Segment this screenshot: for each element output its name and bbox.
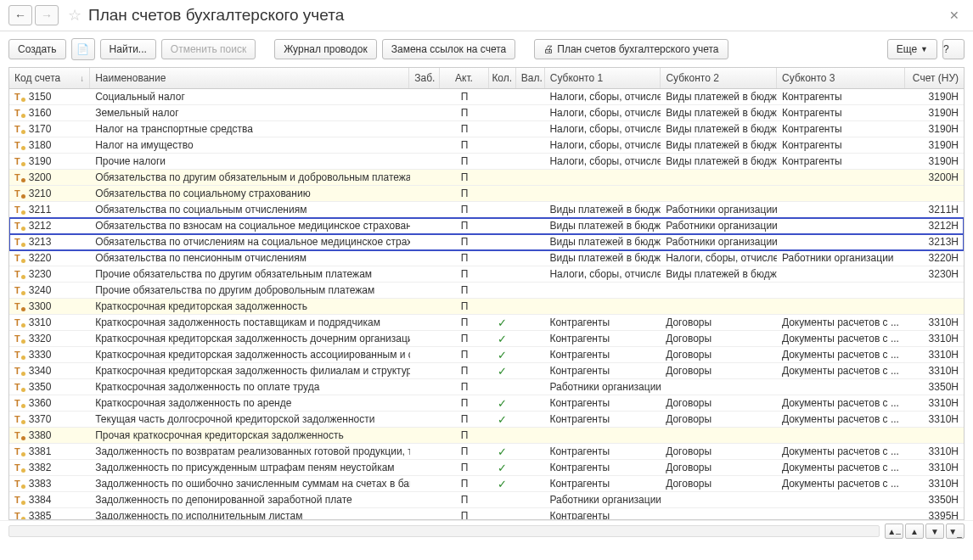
account-icon: T: [14, 204, 25, 215]
table-row[interactable]: T3360Краткосрочная задолженность по арен…: [9, 395, 964, 412]
close-icon[interactable]: ✕: [944, 8, 965, 22]
cell-code: T3370: [9, 413, 90, 425]
table-row[interactable]: T3240Прочие обязательства по другим добр…: [9, 283, 964, 299]
table-row[interactable]: T3380Прочая краткосрочная кредиторская з…: [9, 428, 964, 444]
journal-button[interactable]: Журнал проводок: [274, 39, 377, 59]
cell-akt: П: [440, 91, 489, 103]
table-row[interactable]: T3150Социальный налогПНалоги, сборы, отч…: [9, 89, 964, 105]
scroll-down-button[interactable]: ▼: [925, 524, 944, 539]
cell-name: Обязательства по отчислениям на социальн…: [90, 236, 409, 248]
cell-sub3: Документы расчетов с ...: [777, 397, 905, 409]
cell-nu: 3310Н: [905, 316, 964, 328]
table-row[interactable]: T3190Прочие налогиПНалоги, сборы, отчисл…: [9, 154, 964, 170]
col-val[interactable]: Вал.: [516, 68, 545, 88]
col-sub2[interactable]: Субконто 2: [661, 68, 777, 88]
account-icon: T: [14, 301, 25, 311]
table-row[interactable]: T3383Задолженность по ошибочно зачисленн…: [9, 476, 964, 492]
cell-akt: П: [440, 462, 489, 473]
cell-code: T3310: [9, 316, 90, 328]
table-row[interactable]: T3210Обязательства по социальному страхо…: [9, 186, 964, 202]
table-row[interactable]: T3211Обязательства по социальным отчисле…: [9, 202, 964, 218]
cell-name: Краткосрочная задолженность поставщикам …: [90, 316, 409, 328]
cell-akt: П: [440, 171, 489, 183]
cancel-search-button[interactable]: Отменить поиск: [161, 39, 256, 59]
col-sub1[interactable]: Субконто 1: [545, 68, 661, 88]
col-akt[interactable]: Акт.: [440, 68, 489, 88]
account-icon: T: [14, 172, 25, 182]
table-row[interactable]: T3384Задолженность по депонированной зар…: [9, 492, 964, 508]
col-sub3[interactable]: Субконто 3: [777, 68, 905, 88]
cell-code: T3210: [9, 188, 90, 199]
cell-code: T3320: [9, 333, 90, 344]
account-icon: T: [14, 92, 25, 102]
cell-name: Задолженность по возвратам реализованных…: [90, 445, 409, 457]
cell-sub1: Контрагенты: [544, 349, 661, 361]
account-icon: T: [14, 382, 25, 392]
table-row[interactable]: T3180Налог на имуществоПНалоги, сборы, о…: [9, 137, 964, 154]
horizontal-scrollbar[interactable]: [8, 525, 880, 537]
cell-code: T3200: [9, 171, 90, 183]
more-button[interactable]: Еще▼: [887, 39, 937, 59]
col-code[interactable]: Код счета↓: [9, 68, 90, 88]
cell-code: T3190: [9, 155, 90, 167]
copy-button[interactable]: [71, 38, 95, 60]
table-row[interactable]: T3340Краткосрочная кредиторская задолжен…: [9, 363, 964, 379]
nav-back-button[interactable]: ←: [8, 5, 32, 25]
table-row[interactable]: T3200Обязательства по другим обязательны…: [9, 170, 964, 186]
cell-sub1: Виды платежей в бюдж...: [544, 204, 661, 216]
favorite-star-icon[interactable]: ☆: [68, 6, 82, 25]
cell-sub3: Документы расчетов с ...: [777, 413, 905, 425]
cell-name: Налог на имущество: [90, 139, 409, 151]
cell-kol: ✓: [489, 316, 516, 329]
col-zab[interactable]: Заб.: [409, 68, 440, 88]
replace-links-button[interactable]: Замена ссылок на счета: [382, 39, 516, 59]
col-kol[interactable]: Кол.: [489, 68, 516, 88]
account-icon: T: [14, 237, 25, 247]
account-icon: T: [14, 495, 25, 505]
table-row[interactable]: T3381Задолженность по возвратам реализов…: [9, 444, 964, 460]
create-button[interactable]: Создать: [8, 39, 66, 59]
scroll-bottom-button[interactable]: ▼_: [946, 524, 965, 539]
table-row[interactable]: T3385Задолженность по исполнительным лис…: [9, 508, 964, 519]
cell-sub2: Договоры: [661, 478, 777, 490]
chevron-down-icon: ▼: [920, 45, 928, 53]
help-button[interactable]: ?: [942, 39, 965, 59]
account-icon: T: [14, 269, 25, 279]
table-row[interactable]: T3300Краткосрочная кредиторская задолжен…: [9, 299, 964, 315]
check-icon: ✓: [498, 478, 507, 490]
cell-code: T3385: [9, 510, 90, 519]
table-row[interactable]: T3220Обязательства по пенсионным отчисле…: [9, 250, 964, 266]
cell-sub2: Виды платежей в бюдж...: [661, 155, 777, 167]
cell-nu: 3310Н: [905, 365, 964, 377]
cell-nu: 3310Н: [905, 413, 964, 425]
print-plan-button[interactable]: План счетов бухгалтерского учета: [534, 39, 728, 59]
table-row[interactable]: T3230Прочие обязательства по другим обяз…: [9, 266, 964, 283]
table-row[interactable]: T3320Краткосрочная кредиторская задолжен…: [9, 331, 964, 347]
table-row[interactable]: T3213Обязательства по отчислениям на соц…: [9, 234, 964, 250]
scroll-top-button[interactable]: ▲_: [885, 524, 903, 539]
table-row[interactable]: T3212Обязательства по взносам на социаль…: [9, 218, 964, 234]
table-row[interactable]: T3310Краткосрочная задолженность поставщ…: [9, 315, 964, 331]
cell-code: T3240: [9, 284, 90, 296]
table-row[interactable]: T3160Земельный налогПНалоги, сборы, отчи…: [9, 105, 964, 121]
scroll-up-button[interactable]: ▲: [905, 524, 924, 539]
account-icon: T: [14, 398, 25, 408]
cell-nu: 3350Н: [905, 381, 964, 393]
col-name[interactable]: Наименование: [90, 68, 409, 88]
table-row[interactable]: T3170Налог на транспортные средстваПНало…: [9, 121, 964, 137]
cell-nu: 3212Н: [905, 220, 964, 232]
table-row[interactable]: T3382Задолженность по присужденным штраф…: [9, 460, 964, 476]
cell-sub1: Налоги, сборы, отчисле...: [544, 268, 661, 280]
grid-body[interactable]: T3150Социальный налогПНалоги, сборы, отч…: [9, 89, 964, 519]
cell-code: T3360: [9, 397, 90, 409]
nav-forward-button[interactable]: →: [35, 5, 59, 25]
cell-name: Земельный налог: [90, 107, 409, 119]
cell-code: T3213: [9, 236, 90, 248]
table-row[interactable]: T3330Краткосрочная кредиторская задолжен…: [9, 347, 964, 363]
cell-kol: ✓: [489, 333, 516, 345]
find-button[interactable]: Найти...: [100, 39, 156, 59]
table-row[interactable]: T3350Краткосрочная задолженность по опла…: [9, 379, 964, 395]
table-row[interactable]: T3370Текущая часть долгосрочной кредитор…: [9, 412, 964, 428]
cell-sub3: Контрагенты: [777, 123, 905, 135]
col-nu[interactable]: Счет (НУ): [905, 68, 964, 88]
